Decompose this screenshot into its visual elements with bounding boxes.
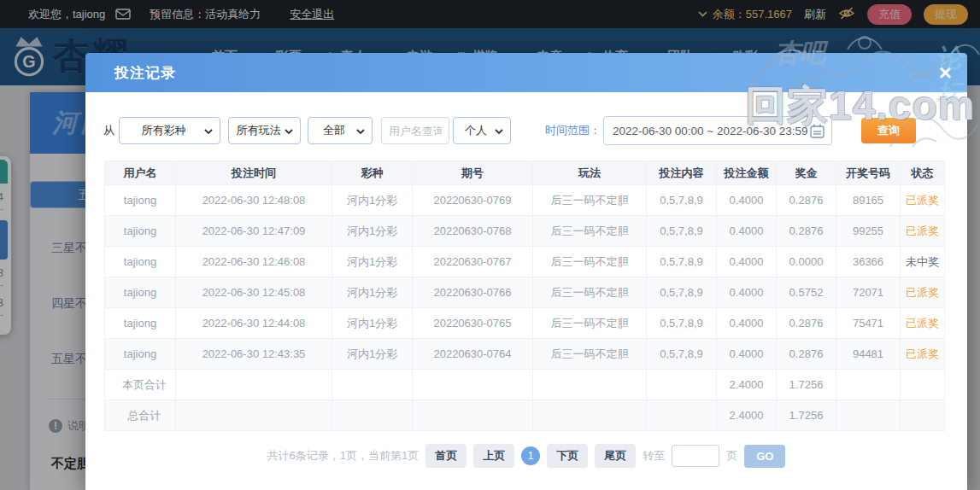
summary-label: 本页合计 xyxy=(105,370,176,400)
empty-cell xyxy=(332,370,413,400)
table-row: tajiong2022-06-30 12:44:08河内1分彩20220630-… xyxy=(105,308,945,339)
cell-play: 后三一码不定胆 xyxy=(533,308,647,339)
col-header: 用户名 xyxy=(105,161,176,185)
search-button[interactable]: 查询 xyxy=(861,118,916,143)
username-input[interactable] xyxy=(381,117,449,144)
cell-content: 0,5,7,8,9 xyxy=(647,247,717,277)
play-type-select[interactable]: 所有玩法 xyxy=(228,117,301,144)
first-page-button[interactable]: 首页 xyxy=(425,444,467,468)
prev-page-button[interactable]: 上页 xyxy=(473,444,514,468)
cell-amount: 0.4000 xyxy=(717,277,777,308)
lottery-type-select[interactable]: 所有彩种 xyxy=(119,117,220,144)
close-icon[interactable]: × xyxy=(939,64,952,81)
date-range-input[interactable]: 2022-06-30 00:00 ~ 2022-06-30 23:59 xyxy=(603,116,832,145)
play-type-value: 所有玩法 xyxy=(237,123,281,138)
time-range-label: 时间范围： xyxy=(545,123,601,138)
col-header: 投注金额 xyxy=(717,161,777,185)
last-page-button[interactable]: 尾页 xyxy=(595,444,636,468)
empty-cell xyxy=(176,400,332,431)
summary-prize: 1.7256 xyxy=(777,400,836,431)
cell-user: tajiong xyxy=(105,277,176,308)
cell-issue: 20220630-0767 xyxy=(413,247,533,277)
col-header: 奖金 xyxy=(777,161,836,185)
bet-table: 用户名投注时间彩种期号玩法投注内容投注金额奖金开奖号码状态 tajiong202… xyxy=(104,160,945,431)
cell-lottery: 河内1分彩 xyxy=(332,308,413,339)
table-row: tajiong2022-06-30 12:47:09河内1分彩20220630-… xyxy=(105,216,945,247)
cell-time: 2022-06-30 12:45:08 xyxy=(176,277,332,308)
cell-prize: 0.2876 xyxy=(777,185,836,216)
cell-prize: 0.2876 xyxy=(777,308,836,339)
bet-records-modal: 投注记录 × 从 所有彩种 所有玩法 全部 个人 时间范围： xyxy=(85,53,967,490)
empty-cell xyxy=(901,400,945,431)
scope-select[interactable]: 个人 xyxy=(453,117,511,144)
empty-cell xyxy=(413,370,533,400)
cell-user: tajiong xyxy=(105,185,176,216)
empty-cell xyxy=(533,370,647,400)
cell-user: tajiong xyxy=(105,308,176,339)
chevron-down-icon xyxy=(204,129,213,134)
screen: 欢迎您，tajiong 预留信息：活动真给力 安全退出 余额：557.1667 … xyxy=(0,0,980,490)
cell-content: 0,5,7,8,9 xyxy=(647,216,717,247)
cell-play: 后三一码不定胆 xyxy=(533,339,647,370)
empty-cell xyxy=(332,400,413,431)
empty-cell xyxy=(836,370,901,400)
date-range-value: 2022-06-30 00:00 ~ 2022-06-30 23:59 xyxy=(613,125,808,137)
cell-status: 已派奖 xyxy=(901,277,945,308)
cell-issue: 20220630-0769 xyxy=(413,185,533,216)
go-button[interactable]: GO xyxy=(744,445,785,468)
scope-value: 个人 xyxy=(465,123,487,138)
modal-header: 投注记录 × xyxy=(85,53,967,92)
col-header: 彩种 xyxy=(332,161,413,185)
status-select[interactable]: 全部 xyxy=(308,117,373,144)
col-header: 投注内容 xyxy=(647,161,717,185)
empty-cell xyxy=(413,400,533,431)
chevron-down-icon xyxy=(495,129,503,134)
goto-page-input[interactable] xyxy=(672,445,719,467)
empty-cell xyxy=(901,370,945,400)
cell-lottery: 河内1分彩 xyxy=(332,216,413,247)
cell-time: 2022-06-30 12:43:35 xyxy=(176,339,332,370)
cell-amount: 0.4000 xyxy=(717,216,777,247)
pagination-summary: 共计6条记录，1页，当前第1页 xyxy=(267,448,420,464)
cell-prize: 0.2876 xyxy=(777,216,836,247)
cell-content: 0,5,7,8,9 xyxy=(647,339,717,370)
empty-cell xyxy=(836,400,901,431)
cell-status: 已派奖 xyxy=(901,339,945,370)
summary-prize: 1.7256 xyxy=(777,370,836,400)
cell-content: 0,5,7,8,9 xyxy=(647,308,717,339)
status-value: 全部 xyxy=(323,123,345,138)
cell-lottery: 河内1分彩 xyxy=(332,247,413,277)
next-page-button[interactable]: 下页 xyxy=(547,444,588,468)
cell-content: 0,5,7,8,9 xyxy=(647,277,717,308)
cell-play: 后三一码不定胆 xyxy=(533,216,647,247)
current-page-badge[interactable]: 1 xyxy=(521,446,540,465)
goto-label: 转至 xyxy=(643,448,665,464)
empty-cell xyxy=(533,400,647,431)
cell-time: 2022-06-30 12:46:08 xyxy=(176,247,332,277)
cell-numbers: 99255 xyxy=(836,216,901,247)
table-row: tajiong2022-06-30 12:46:08河内1分彩20220630-… xyxy=(105,247,945,277)
summary-row: 总合计2.40001.7256 xyxy=(105,400,945,431)
cell-issue: 20220630-0766 xyxy=(413,277,533,308)
col-header: 玩法 xyxy=(533,161,647,185)
cell-lottery: 河内1分彩 xyxy=(332,277,413,308)
summary-amount: 2.4000 xyxy=(717,370,777,400)
cell-amount: 0.4000 xyxy=(717,308,777,339)
cell-time: 2022-06-30 12:44:08 xyxy=(176,308,332,339)
cell-status: 未中奖 xyxy=(901,247,945,277)
empty-cell xyxy=(647,400,717,431)
col-header: 开奖号码 xyxy=(836,161,901,185)
col-header: 状态 xyxy=(901,161,945,185)
summary-label: 总合计 xyxy=(105,400,176,431)
cell-numbers: 94481 xyxy=(836,339,901,370)
cell-numbers: 36366 xyxy=(836,247,901,277)
empty-cell xyxy=(647,370,717,400)
cell-status: 已派奖 xyxy=(901,185,945,216)
chevron-down-icon xyxy=(285,129,293,134)
cell-prize: 0.5752 xyxy=(777,277,836,308)
col-header: 期号 xyxy=(413,161,533,185)
bet-table-body: tajiong2022-06-30 12:48:08河内1分彩20220630-… xyxy=(105,185,945,431)
cell-user: tajiong xyxy=(105,216,176,247)
cell-numbers: 89165 xyxy=(836,185,901,216)
empty-cell xyxy=(176,370,332,400)
